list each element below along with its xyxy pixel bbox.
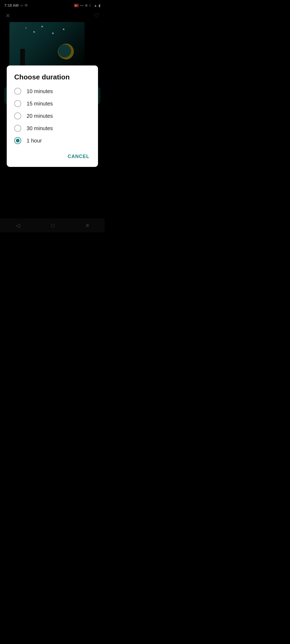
radio-label-1hr: 1 hour	[27, 138, 42, 144]
cancel-button[interactable]: CANCEL	[67, 152, 90, 162]
radio-circle-15min	[14, 100, 21, 107]
duration-option-30min[interactable]: 30 minutes	[14, 125, 90, 132]
radio-circle-20min	[14, 112, 21, 119]
duration-options: 10 minutes15 minutes20 minutes30 minutes…	[14, 88, 90, 144]
radio-circle-1hr	[14, 137, 21, 144]
modal-title: Choose duration	[14, 73, 90, 81]
radio-circle-30min	[14, 125, 21, 132]
radio-label-15min: 15 minutes	[27, 101, 53, 107]
duration-option-20min[interactable]: 20 minutes	[14, 112, 90, 119]
radio-label-10min: 10 minutes	[27, 88, 53, 94]
duration-option-1hr[interactable]: 1 hour	[14, 137, 90, 144]
radio-label-30min: 30 minutes	[27, 125, 53, 131]
modal-overlay: Choose duration 10 minutes15 minutes20 m…	[0, 0, 105, 232]
duration-option-15min[interactable]: 15 minutes	[14, 100, 90, 107]
choose-duration-modal: Choose duration 10 minutes15 minutes20 m…	[7, 65, 98, 167]
radio-circle-10min	[14, 88, 21, 95]
duration-option-10min[interactable]: 10 minutes	[14, 88, 90, 95]
modal-footer: CANCEL	[14, 149, 90, 162]
radio-label-20min: 20 minutes	[27, 113, 53, 119]
